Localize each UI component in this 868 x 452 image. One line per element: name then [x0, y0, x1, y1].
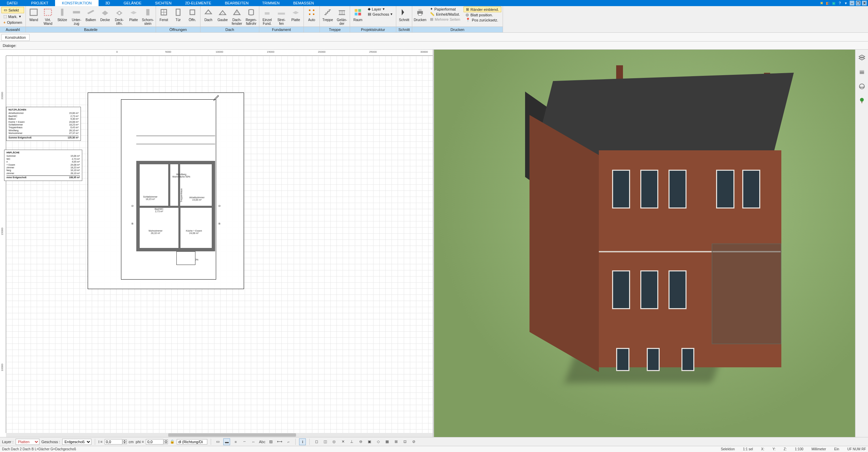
regenfallrohr-button[interactable]: Regen- fallrohr: [244, 6, 258, 26]
area-schedule-nutz[interactable]: NUTZFLÄCHEN Arbeitszimmer15,06 m² Bad/WC…: [6, 107, 81, 141]
close-button[interactable]: ✕: [862, 1, 867, 5]
layer-dropdown[interactable]: ◆Layer▾: [366, 6, 395, 12]
text-tool[interactable]: Abc: [259, 438, 265, 445]
drucken-button[interactable]: Drucken: [413, 6, 427, 22]
snap-center[interactable]: ◎: [331, 438, 337, 445]
spin-up-icon[interactable]: ▲: [164, 439, 168, 442]
minimize-button[interactable]: –: [850, 1, 854, 5]
spin-down-icon[interactable]: ▼: [123, 442, 127, 444]
window-3d[interactable]: [716, 170, 734, 208]
geschoss-select[interactable]: Erdgeschoß: [62, 439, 91, 445]
balken-button[interactable]: Balken: [84, 6, 98, 22]
orbit-tool-icon[interactable]: [858, 82, 866, 90]
wall-exterior[interactable]: [136, 248, 215, 251]
snap-track[interactable]: ⊡: [401, 438, 408, 445]
raender-button[interactable]: ⊞Ränder einblend.: [464, 6, 501, 12]
papierformat-button[interactable]: ✦Papierformat: [428, 6, 462, 12]
sub-tab-konstruktion[interactable]: Konstruktion: [1, 34, 30, 41]
einzelfund-button[interactable]: Einzel Fund.: [260, 6, 274, 26]
wand-button[interactable]: Wand: [27, 6, 41, 22]
oeffn-button[interactable]: Öffn.: [185, 6, 199, 22]
wall-interior[interactable]: [168, 163, 170, 207]
schornstein-button[interactable]: Schorn- stein: [141, 6, 155, 26]
spin-down-icon[interactable]: ▼: [164, 442, 168, 444]
snap-perp[interactable]: ⊥: [348, 438, 355, 445]
arrow-tool[interactable]: ↔: [250, 438, 257, 445]
wall-exterior[interactable]: [136, 161, 215, 164]
menu-tab-bearbeiten[interactable]: BEARBEITEN: [218, 0, 256, 6]
menu-tab-3d[interactable]: 3D: [99, 0, 117, 6]
menu-tab-datei[interactable]: DATEI: [0, 0, 24, 6]
scrollbar-horizontal[interactable]: [6, 433, 433, 437]
align-left-tool[interactable]: ≡: [232, 438, 239, 445]
menu-tab-konstruktion[interactable]: KONSTRUKTION: [55, 0, 98, 6]
menu-tab-2d-elemente[interactable]: 2D-ELEMENTE: [178, 0, 218, 6]
window-3d[interactable]: [640, 270, 659, 309]
corner-tool[interactable]: ⌐: [285, 438, 292, 445]
snap-endpoint[interactable]: ◻: [313, 438, 320, 445]
linetype-tool[interactable]: ┄: [241, 438, 248, 445]
window-icon[interactable]: ▣: [831, 1, 836, 5]
platte-button[interactable]: Platte: [126, 6, 141, 22]
geschoss-dropdown[interactable]: ▤Geschoss▾: [366, 12, 395, 17]
streifenfund-button[interactable]: Strei- fen: [274, 6, 289, 26]
schnitt-button[interactable]: Schnitt: [397, 6, 411, 22]
deckoeffn-button[interactable]: Deck- öffn.: [112, 6, 126, 26]
snap-ortho[interactable]: ⊞: [393, 438, 399, 445]
length-field[interactable]: [105, 439, 122, 445]
menu-tab-projekt[interactable]: PROJEKT: [24, 0, 55, 6]
phi-field[interactable]: [146, 439, 163, 445]
window-3d[interactable]: [640, 170, 659, 208]
mark-button[interactable]: ⬚ Mark. ▾: [1, 14, 24, 19]
posreset-button[interactable]: 📍Pos zurücksetz.: [464, 17, 501, 22]
tree-tool-icon[interactable]: [858, 97, 866, 105]
length-input[interactable]: ▲▼: [105, 439, 127, 445]
window-3d[interactable]: [681, 348, 694, 371]
virt-wand-button[interactable]: Virt. Wand: [41, 6, 55, 26]
fenster-button[interactable]: Fenst: [157, 6, 171, 22]
settings-icon[interactable]: ◧: [825, 1, 830, 5]
blattpos-button[interactable]: ◎Blatt position.: [464, 12, 501, 17]
fill-tool[interactable]: ▬: [223, 438, 230, 445]
window-3d[interactable]: [612, 270, 630, 309]
window-3d[interactable]: [647, 348, 660, 371]
linewidth-tool[interactable]: ▭: [214, 438, 221, 445]
menu-tab-sichten[interactable]: SICHTEN: [148, 0, 178, 6]
tuer-button[interactable]: Tür: [171, 6, 185, 22]
canvas-2d[interactable]: WindfangWohnfläche 50% Schlafzimmer18,23…: [6, 56, 433, 433]
snap-off[interactable]: ⊘: [410, 438, 417, 445]
view-2d[interactable]: 0 5000 10000 15000 20000 25000 30000 200…: [0, 50, 434, 437]
window-3d[interactable]: [742, 170, 761, 208]
spin-up-icon[interactable]: ▲: [123, 439, 127, 442]
view-3d[interactable]: [434, 50, 868, 437]
menu-tab-bemassen[interactable]: BEMASSEN: [287, 0, 321, 6]
window-3d[interactable]: [669, 170, 687, 208]
unterzug-button[interactable]: Unter- zug: [69, 6, 84, 26]
window-3d[interactable]: [669, 270, 687, 309]
optionen-button[interactable]: + Optionen: [1, 20, 24, 25]
snap-node[interactable]: ▣: [366, 438, 373, 445]
snap-intersection[interactable]: ✕: [340, 438, 346, 445]
menu-tab-gelaende[interactable]: GELÄNDE: [117, 0, 149, 6]
wall-interior[interactable]: [138, 206, 214, 208]
hatch-tool[interactable]: ▨: [267, 438, 274, 445]
maximize-button[interactable]: ❐: [856, 1, 861, 5]
wall-interior[interactable]: [178, 207, 180, 249]
dropdown-icon[interactable]: ▾: [844, 1, 848, 5]
snap-nearest[interactable]: ◇: [375, 438, 382, 445]
window-3d[interactable]: [612, 170, 630, 208]
selekt-button[interactable]: ▭ Selekt: [1, 7, 24, 13]
stuetze-button[interactable]: Stütze: [55, 6, 69, 22]
layer-select[interactable]: Platten: [16, 439, 39, 445]
dachfenster-button[interactable]: Dach- fenster: [230, 6, 244, 26]
auto-button[interactable]: Auto: [305, 6, 319, 22]
phi-input[interactable]: ▲▼: [146, 439, 168, 445]
help-icon[interactable]: ?: [837, 1, 842, 5]
dach-button[interactable]: Dach: [201, 6, 215, 22]
raum-button[interactable]: Raum: [351, 6, 365, 22]
layers-tool-icon[interactable]: [858, 54, 866, 62]
snap-midpoint[interactable]: ◫: [322, 438, 329, 445]
snap-grid[interactable]: ▦: [384, 438, 390, 445]
snap-tangent[interactable]: ⊖: [357, 438, 364, 445]
einheit-button[interactable]: 📏Einheit/Maßst.: [428, 12, 462, 17]
